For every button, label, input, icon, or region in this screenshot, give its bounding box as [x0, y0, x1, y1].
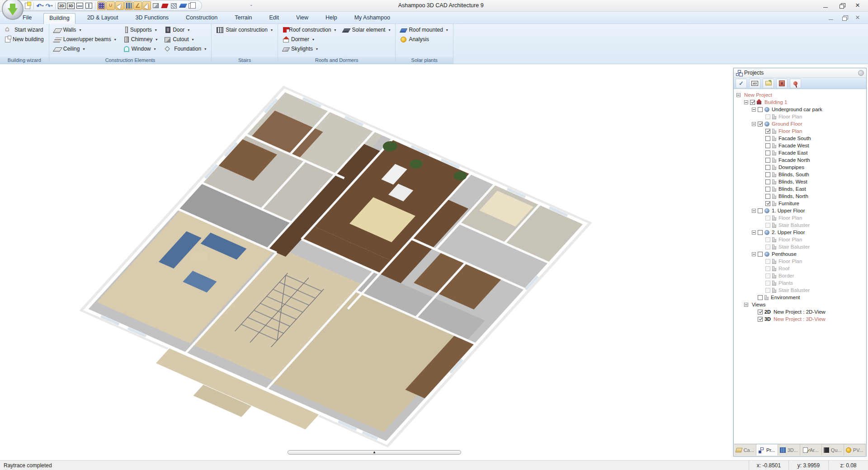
tree-item-new-project[interactable]: New Project	[736, 91, 866, 99]
tab-construction[interactable]: Construction	[180, 13, 223, 24]
tree-expander-icon[interactable]	[752, 209, 756, 213]
tree-expander-icon[interactable]	[744, 303, 748, 307]
tree-expander-icon[interactable]	[736, 93, 741, 97]
rename-button[interactable]: abl	[749, 79, 760, 88]
tree-item-1-upper-floor[interactable]: 1. Upper Floor	[736, 207, 866, 214]
hatch-icon[interactable]	[170, 1, 178, 10]
doc-restore-icon[interactable]	[842, 15, 848, 21]
tree-expander-icon[interactable]	[744, 100, 748, 104]
tree-item-border[interactable]: Border	[736, 272, 866, 279]
new-building-button[interactable]: New building	[4, 35, 45, 43]
cursor-icon[interactable]	[142, 1, 151, 10]
dropdown-arrow-icon[interactable]: ▾	[316, 47, 318, 51]
tree-expander-icon[interactable]	[752, 122, 756, 126]
tree-item-floor-plan[interactable]: Floor Plan	[736, 258, 866, 265]
panel-tab-pv[interactable]: PV...	[844, 444, 866, 456]
tree-checkbox[interactable]	[765, 172, 770, 177]
tree-expander-icon[interactable]	[752, 230, 756, 235]
edit-project-button[interactable]	[763, 79, 774, 88]
panel-pin-icon[interactable]	[858, 70, 864, 76]
cutout-button[interactable]: Cutout▾	[163, 35, 208, 43]
start-wizard-button[interactable]: Start wizard	[4, 26, 45, 34]
panel-tab-3d[interactable]: 3D...	[778, 444, 800, 456]
roof-tool-icon[interactable]	[160, 1, 169, 10]
walls-button[interactable]: Walls▾	[53, 26, 118, 34]
tree-checkbox[interactable]	[765, 136, 770, 141]
tree-checkbox[interactable]	[758, 295, 763, 300]
tab-help[interactable]: Help	[320, 13, 343, 24]
tree-checkbox[interactable]	[765, 165, 770, 170]
dropdown-arrow-icon[interactable]: ▾	[154, 47, 156, 51]
tree-item-downpipes[interactable]: Downpipes	[736, 164, 866, 171]
tree-item-stair-baluster[interactable]: Stair Baluster	[736, 243, 866, 250]
tab-building[interactable]: Building	[43, 13, 75, 24]
dropdown-arrow-icon[interactable]: ▾	[334, 28, 336, 32]
mirror-icon[interactable]	[151, 1, 160, 10]
3d-view-icon[interactable]: 3D	[66, 1, 75, 10]
tree-checkbox[interactable]	[758, 122, 763, 127]
tree-checkbox[interactable]	[765, 201, 770, 206]
tree-item-blinds-east[interactable]: Blinds, East	[736, 185, 866, 193]
new-file-icon[interactable]	[23, 1, 32, 10]
tree-expander-icon[interactable]	[752, 252, 756, 256]
tab-my-ashampoo[interactable]: My Ashampoo	[349, 13, 396, 24]
toolbar-overflow-icon[interactable]: ⌄	[250, 2, 253, 7]
dropdown-arrow-icon[interactable]: ▾	[446, 28, 448, 32]
dormer-button[interactable]: Dormer▾	[282, 35, 337, 43]
panel-tab-areas[interactable]: Ar...	[800, 444, 822, 456]
split-vertical-icon[interactable]	[85, 1, 93, 10]
tree-checkbox[interactable]	[765, 150, 770, 155]
tree-item-facade-east[interactable]: Facade East	[736, 149, 866, 156]
2d-view-icon[interactable]: 2D	[57, 1, 66, 10]
tree-item-roof[interactable]: Roof	[736, 265, 866, 272]
doc-minimize-icon[interactable]	[828, 15, 835, 21]
tree-expander-icon[interactable]	[752, 108, 756, 112]
grid-icon[interactable]	[97, 1, 106, 10]
redo-icon[interactable]: ↷▾	[45, 1, 53, 10]
tree-checkbox[interactable]	[765, 129, 770, 134]
tree-item-underground-car-park[interactable]: Underground car park	[736, 106, 866, 113]
tree-checkbox[interactable]	[765, 143, 770, 148]
tree-item-facade-west[interactable]: Facade West	[736, 142, 866, 149]
dropdown-arrow-icon[interactable]: ▾	[312, 38, 314, 42]
supports-button[interactable]: Supports▾	[122, 26, 159, 34]
tree-checkbox[interactable]	[758, 317, 763, 322]
pin-button[interactable]	[790, 79, 801, 88]
tree-checkbox[interactable]	[758, 252, 763, 257]
close-icon[interactable]	[855, 3, 862, 9]
dropdown-arrow-icon[interactable]: ▾	[188, 28, 189, 32]
dropdown-arrow-icon[interactable]: ▾	[271, 28, 273, 32]
panel-tab-projects[interactable]: Pr...	[756, 444, 778, 456]
bottom-panel-grip[interactable]: ▲	[288, 450, 461, 455]
tree-item-floor-plan[interactable]: Floor Plan	[736, 113, 866, 120]
tree-item-blinds-south[interactable]: Blinds, South	[736, 171, 866, 178]
dropdown-arrow-icon[interactable]: ▾	[114, 38, 116, 42]
doc-close-icon[interactable]	[855, 15, 862, 21]
chimney-button[interactable]: Chimney▾	[122, 35, 159, 43]
tree-checkbox[interactable]	[758, 230, 763, 235]
tree-checkbox[interactable]	[758, 310, 763, 315]
tree-item-views[interactable]: Views	[736, 301, 866, 308]
tree-item-new-project-2d-view[interactable]: 2DNew Project : 2D-View	[736, 308, 866, 315]
skylights-button[interactable]: Skylights▾	[282, 45, 337, 53]
analysis-button[interactable]: Analysis	[399, 35, 449, 43]
tree-item-floor-plan[interactable]: Floor Plan	[736, 236, 866, 243]
tree-checkbox[interactable]	[765, 194, 770, 199]
dropdown-arrow-icon[interactable]: ▾	[204, 47, 206, 51]
foundation-button[interactable]: Foundation▾	[163, 45, 208, 53]
dropdown-arrow-icon[interactable]: ▾	[388, 28, 390, 32]
construction-aids-icon[interactable]: ∠	[133, 1, 142, 10]
restore-icon[interactable]	[839, 3, 845, 9]
dropdown-arrow-icon[interactable]: ▾	[80, 28, 81, 32]
tree-item-penthouse[interactable]: Penthouse	[736, 250, 866, 258]
tree-item-facade-north[interactable]: Facade North	[736, 156, 866, 164]
tree-item-furniture[interactable]: Furniture	[736, 200, 866, 207]
roof-construction-button[interactable]: Roof construction▾	[282, 26, 337, 34]
tree-item-stair-baluster[interactable]: Stair Baluster	[736, 221, 866, 229]
parallel-lines-icon[interactable]	[124, 1, 133, 10]
delete-button[interactable]: x	[776, 79, 788, 88]
tree-checkbox[interactable]	[765, 179, 770, 184]
panel-tab-quant[interactable]: Qu...	[822, 444, 844, 456]
tree-item-plants[interactable]: Plants	[736, 279, 866, 287]
dropdown-arrow-icon[interactable]: ▾	[155, 28, 157, 32]
